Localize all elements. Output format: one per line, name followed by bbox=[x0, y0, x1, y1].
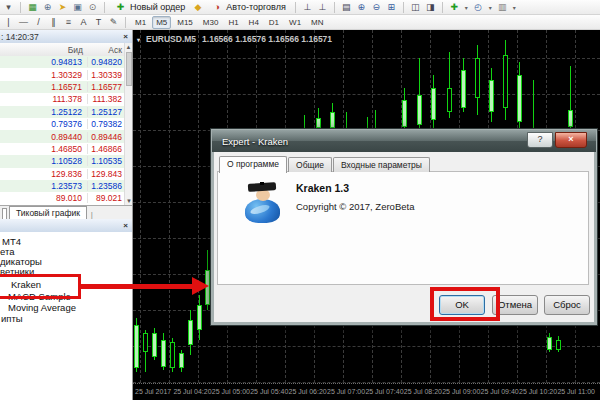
tab-tick-chart[interactable]: Тиковый график bbox=[9, 206, 87, 219]
time-axis-label: 25 Jul 05:00 bbox=[212, 388, 250, 395]
scroll-up-icon[interactable]: ▲ bbox=[126, 44, 132, 50]
chart-profile-icon[interactable]: ⊥ bbox=[316, 1, 329, 13]
horizontal-line-icon[interactable]: — bbox=[17, 16, 30, 28]
zoom-out-icon[interactable]: ⊖ bbox=[370, 1, 383, 13]
candle-body bbox=[417, 95, 422, 125]
annotation-arrow-head-icon bbox=[192, 277, 209, 295]
chevron-down-icon[interactable]: ▾ bbox=[463, 4, 470, 11]
market-watch-tabs: Тиковый график | bbox=[0, 205, 132, 219]
crosshair-icon[interactable]: ⊕ bbox=[41, 1, 54, 13]
expert-hat-icon[interactable]: ◆ bbox=[191, 1, 204, 13]
annotation-arrow-line bbox=[78, 284, 194, 289]
quote-row[interactable]: 1.235731.23586 bbox=[0, 180, 124, 192]
quote-row[interactable]: 1.165711.16577 bbox=[0, 81, 124, 93]
help-button[interactable]: ? bbox=[527, 132, 553, 148]
copyright-text: Copyright © 2017, ZeroBeta bbox=[296, 201, 414, 212]
expert-properties-dialog: Expert - Kraken ? × О программеОбщиеВход… bbox=[210, 128, 598, 326]
timeframe-w1[interactable]: W1 bbox=[285, 16, 305, 29]
candle-body bbox=[316, 118, 321, 128]
quote-row[interactable]: 1.251221.25127 bbox=[0, 106, 124, 118]
menu-caret-icon[interactable]: ▾ bbox=[2, 1, 15, 13]
zoom-in-icon[interactable]: ⊕ bbox=[355, 1, 368, 13]
timeframe-m30[interactable]: M30 bbox=[199, 16, 223, 29]
autotrade-button[interactable]: ◑Авто-торговля bbox=[206, 1, 289, 14]
tile-windows-icon[interactable]: ⊞ bbox=[385, 1, 398, 13]
timeframe-m1[interactable]: M1 bbox=[131, 16, 150, 29]
timeframe-m5[interactable]: M5 bbox=[152, 16, 171, 29]
quote-row[interactable]: 0.793760.79382 bbox=[0, 118, 124, 130]
reset-button[interactable]: Сброс bbox=[544, 295, 590, 315]
ask-value: 129.843 bbox=[88, 169, 124, 179]
window-icon[interactable]: ▣ bbox=[71, 1, 84, 13]
templates-dropdown[interactable]: ▥ bbox=[496, 1, 509, 13]
timeframe-d1[interactable]: D1 bbox=[265, 16, 283, 29]
magnifier-icon[interactable]: ⊙ bbox=[86, 1, 99, 13]
market-watch-scrollbar[interactable]: ▲ ▼ bbox=[124, 43, 132, 205]
quote-row[interactable]: 89.01089.021 bbox=[0, 192, 124, 204]
candle-body bbox=[556, 340, 561, 350]
toolbar-separator bbox=[295, 2, 296, 13]
quote-row[interactable]: 1.468501.46866 bbox=[0, 143, 124, 155]
grid-line bbox=[133, 94, 600, 95]
vertical-line-icon[interactable]: | bbox=[2, 16, 15, 28]
tab-общие[interactable]: Общие bbox=[288, 157, 332, 172]
new-chart-icon[interactable]: ▦ bbox=[26, 1, 39, 13]
chevron-down-icon[interactable]: ▾ bbox=[487, 4, 494, 11]
tab-divider: | bbox=[91, 210, 93, 219]
candle-body bbox=[152, 333, 157, 357]
bid-value: 1.30329 bbox=[0, 70, 88, 80]
text-label-icon[interactable]: T bbox=[92, 16, 105, 28]
quote-row[interactable]: 129.836129.843 bbox=[0, 168, 124, 180]
ask-value: 1.16577 bbox=[88, 82, 124, 92]
candle-body bbox=[431, 88, 436, 120]
quote-row[interactable]: 0.948130.94820 bbox=[0, 56, 124, 68]
dialog-title: Expert - Kraken bbox=[222, 136, 288, 147]
chart-window-icon[interactable]: ⊥ bbox=[301, 1, 314, 13]
barchart-icon[interactable]: ▤ bbox=[340, 1, 353, 13]
timeframe-m15[interactable]: M15 bbox=[173, 16, 197, 29]
close-icon[interactable]: × bbox=[121, 221, 130, 230]
candle-body bbox=[503, 55, 508, 108]
bid-value: 1.16571 bbox=[0, 82, 88, 92]
cursor-icon[interactable]: ➤ bbox=[56, 1, 69, 13]
candle-body bbox=[170, 342, 175, 368]
chevron-down-icon[interactable]: ▾ bbox=[511, 4, 518, 11]
candle-body bbox=[547, 337, 552, 350]
timeframe-h1[interactable]: H1 bbox=[224, 16, 242, 29]
ask-value: 1.46866 bbox=[88, 144, 124, 154]
periods-dropdown[interactable]: ◴ bbox=[472, 1, 485, 13]
trendline-icon[interactable]: / bbox=[32, 16, 45, 28]
chart-shift-icon[interactable]: ◫ bbox=[409, 1, 422, 13]
timeframe-mn[interactable]: MN bbox=[307, 16, 327, 29]
tab-входные-параметры[interactable]: Входные параметры bbox=[333, 157, 430, 172]
chart-menu-caret-icon[interactable]: ▾ bbox=[137, 36, 140, 43]
candle-body bbox=[134, 325, 139, 368]
ask-value: 89.021 bbox=[88, 193, 124, 203]
quote-row[interactable]: 0.894400.89446 bbox=[0, 130, 124, 142]
channel-icon[interactable]: ∥ bbox=[47, 16, 60, 28]
time-axis-label: 25 Jul 10:20 bbox=[519, 388, 557, 395]
scrollbar-thumb[interactable] bbox=[126, 52, 132, 86]
text-icon[interactable]: A bbox=[77, 16, 90, 28]
new-order-button-label: Новый ордер bbox=[130, 2, 185, 12]
quote-row[interactable]: 1.303291.30339 bbox=[0, 68, 124, 80]
toolbar-separator bbox=[125, 17, 126, 28]
tab-symbols-partial[interactable] bbox=[2, 208, 7, 219]
new-order-button[interactable]: ✚Новый ордер bbox=[110, 1, 189, 14]
tab-о-программе[interactable]: О программе bbox=[219, 156, 287, 173]
quote-row[interactable]: 1.105281.10535 bbox=[0, 155, 124, 167]
ask-column-header[interactable]: Аск bbox=[88, 45, 124, 55]
close-icon[interactable]: × bbox=[121, 32, 130, 41]
shapes-dropdown-icon[interactable]: ✎ bbox=[107, 16, 120, 28]
chart-title: ▾ EURUSD.M5 1.16566 1.16576 1.16566 1.16… bbox=[137, 34, 332, 44]
time-axis-label: 25 Jul 09:00 bbox=[442, 388, 480, 395]
timeframe-h4[interactable]: H4 bbox=[245, 16, 263, 29]
candle-body bbox=[517, 75, 522, 122]
fibonacci-icon[interactable]: ≡ bbox=[62, 16, 75, 28]
auto-scroll-icon[interactable]: ◨ bbox=[424, 1, 437, 13]
indicators-dropdown[interactable]: ✚ bbox=[448, 1, 461, 13]
bid-column-header[interactable]: Бид bbox=[0, 45, 88, 55]
candle-body bbox=[188, 320, 193, 345]
quote-row[interactable]: 111.378111.382 bbox=[0, 93, 124, 105]
close-button[interactable]: × bbox=[555, 132, 587, 148]
